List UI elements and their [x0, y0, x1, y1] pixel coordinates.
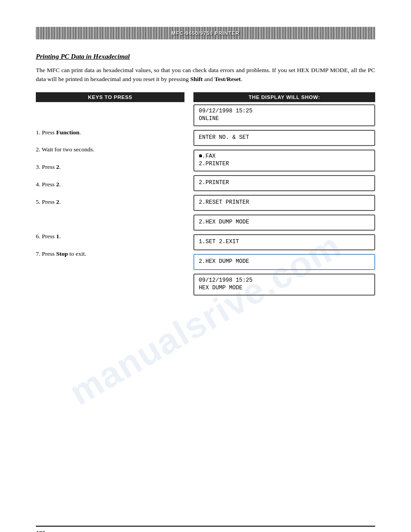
step-2-text: Wait for two seconds.	[42, 146, 94, 153]
step-5-suffix: .	[59, 198, 60, 205]
step-1: 1. Press Function.	[36, 127, 184, 139]
footer-page-number: 120	[36, 529, 375, 532]
step-1-bold: Function	[56, 129, 79, 136]
step-6-number: 6.	[36, 233, 42, 240]
intro-end: .	[241, 76, 242, 82]
step-6-suffix: .	[59, 233, 60, 240]
step-5-prefix: Press	[42, 198, 56, 205]
step-5-number: 5.	[36, 198, 42, 205]
top-header-text: MFC-9650/9750 PRINTER	[171, 30, 240, 36]
top-header-bar: MFC-9650/9750 PRINTER	[36, 27, 375, 39]
display-step2-line1: ■.FAX	[199, 153, 370, 161]
spacer-after-6	[36, 243, 184, 248]
step-6: 6. Press 1.	[36, 231, 184, 243]
step-6-prefix: Press	[42, 233, 56, 240]
step-4-prefix: Press	[42, 181, 56, 188]
display-initial-line1: 09/12/1998 15:25	[199, 107, 370, 116]
section-title: Printing PC Data in Hexadecimal	[36, 53, 375, 60]
display-step7-line2: HEX DUMP MODE	[199, 284, 370, 292]
intro-and: and	[203, 76, 214, 82]
display-step1-line1: ENTER NO. & SET	[199, 134, 370, 142]
intro-bold1: Shift	[190, 76, 203, 82]
display-step2-line2: 2.PRINTER	[199, 160, 370, 168]
display-step7-line1: 09/12/1998 15:25	[199, 277, 370, 285]
display-step5a: 2.HEX DUMP MODE	[193, 215, 375, 231]
intro-paragraph: The MFC can print data as hexadecimal va…	[36, 66, 375, 84]
column-headers: KEYS TO PRESS THE DISPLAY WILL SHOW:	[36, 92, 375, 102]
step-4-suffix: .	[59, 181, 60, 188]
display-step4-line1: 2.RESET PRINTER	[199, 199, 370, 207]
display-step2: ■.FAX 2.PRINTER	[193, 150, 375, 172]
step-5: 5. Press 2.	[36, 196, 184, 208]
spacer-after-4	[36, 191, 184, 196]
step-7-suffix: to exit.	[68, 250, 86, 257]
display-step3-line1: 2.PRINTER	[199, 179, 370, 187]
header-keys-to-press: KEYS TO PRESS	[36, 92, 184, 102]
step-3: 3. Press 2.	[36, 161, 184, 173]
steps-display-wrapper: 1. Press Function. 2. Wait for two secon…	[36, 104, 375, 299]
step-7-prefix: Press	[42, 250, 56, 257]
step-3-prefix: Press	[42, 163, 56, 170]
header-right-cell: THE DISPLAY WILL SHOW:	[193, 92, 375, 102]
step-4: 4. Press 2.	[36, 179, 184, 191]
page-container: MFC-9650/9750 PRINTER Printing PC Data i…	[0, 27, 411, 532]
step-2: 2. Wait for two seconds.	[36, 144, 184, 156]
display-column: 09/12/1998 15:25 ONLINE ENTER NO. & SET …	[193, 104, 375, 299]
step-1-prefix: Press	[42, 129, 56, 136]
initial-spacer	[36, 104, 184, 127]
intro-bold2: Test/Reset	[214, 76, 241, 82]
spacer-after-2	[36, 156, 184, 161]
display-step6: 2.HEX DUMP MODE	[193, 254, 375, 270]
footer-line	[36, 526, 375, 527]
step-7: 7. Press Stop to exit.	[36, 248, 184, 260]
display-step7: 09/12/1998 15:25 HEX DUMP MODE	[193, 274, 375, 296]
display-initial-line2: ONLINE	[199, 115, 370, 123]
step-4-number: 4.	[36, 181, 42, 188]
header-left-cell: KEYS TO PRESS	[36, 92, 184, 102]
step-7-number: 7.	[36, 250, 42, 257]
step-7-bold: Stop	[56, 250, 68, 257]
step-3-suffix: .	[59, 163, 60, 170]
display-step4: 2.RESET PRINTER	[193, 195, 375, 211]
step-1-suffix: .	[79, 129, 81, 136]
display-step5b-line1: 1.SET 2.EXIT	[199, 238, 370, 246]
display-step5b: 1.SET 2.EXIT	[193, 234, 375, 250]
step-3-number: 3.	[36, 163, 42, 170]
display-step6-line1: 2.HEX DUMP MODE	[199, 258, 370, 266]
header-display-will-show: THE DISPLAY WILL SHOW:	[193, 92, 375, 102]
spacer-after-3	[36, 173, 184, 179]
display-step5a-line1: 2.HEX DUMP MODE	[199, 219, 370, 227]
spacer-after-5	[36, 208, 184, 231]
spacer-after-1	[36, 138, 184, 144]
footer: 120	[36, 526, 375, 532]
display-step1: ENTER NO. & SET	[193, 130, 375, 146]
display-step3: 2.PRINTER	[193, 175, 375, 191]
steps-column: 1. Press Function. 2. Wait for two secon…	[36, 104, 184, 299]
display-initial: 09/12/1998 15:25 ONLINE	[193, 104, 375, 126]
step-1-number: 1.	[36, 129, 42, 136]
step-2-number: 2.	[36, 146, 42, 153]
